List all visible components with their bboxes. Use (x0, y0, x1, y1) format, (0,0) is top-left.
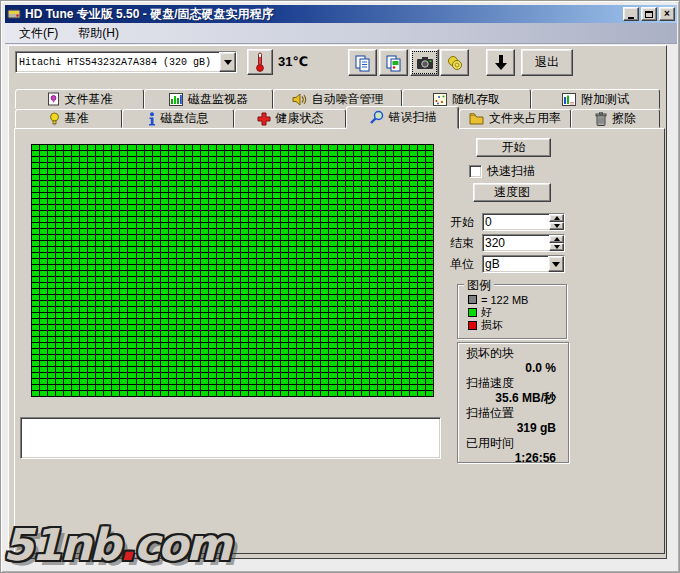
exit-button[interactable]: 退出 (521, 49, 573, 76)
scan-block (378, 355, 385, 360)
scan-block (362, 349, 369, 354)
donate-coins-button[interactable] (440, 49, 469, 76)
scan-block (40, 181, 47, 186)
scan-block (128, 265, 135, 270)
scan-block (96, 199, 103, 204)
drive-select-arrow[interactable] (219, 52, 236, 72)
scan-block (313, 199, 320, 204)
scan-block (193, 199, 200, 204)
scan-block (201, 235, 208, 240)
menu-help[interactable]: 帮助(H) (70, 23, 127, 44)
scan-block (402, 289, 409, 294)
tab-label: 文件夹占用率 (489, 110, 561, 127)
scan-block (346, 349, 353, 354)
maximize-button[interactable] (641, 7, 657, 21)
thermometer-icon (254, 52, 266, 72)
extra-tests-icon (562, 93, 576, 106)
start-spin-up-button[interactable] (549, 214, 564, 222)
scan-block (257, 205, 264, 210)
scan-block (104, 361, 111, 366)
scan-block (161, 379, 168, 384)
save-results-button[interactable] (486, 49, 515, 76)
scan-block (338, 211, 345, 216)
scan-block (313, 343, 320, 348)
tab-disk-monitor[interactable]: 磁盘监视器 (144, 89, 273, 109)
start-position-input[interactable] (483, 214, 549, 230)
tab-health[interactable]: 健康状态 (234, 109, 346, 128)
scan-block (193, 355, 200, 360)
scan-block (281, 175, 288, 180)
tab-folder-usage[interactable]: 文件夹占用率 (459, 109, 571, 128)
scan-block (257, 361, 264, 366)
scan-block (128, 355, 135, 360)
start-scan-button[interactable]: 开始 (476, 138, 551, 157)
end-spin-down-button[interactable] (549, 243, 564, 251)
scan-block (209, 391, 216, 396)
close-button[interactable]: × (659, 7, 675, 21)
scan-block (281, 373, 288, 378)
scan-block (297, 229, 304, 234)
quick-scan-checkbox[interactable] (469, 165, 482, 178)
copy-text-button[interactable] (348, 49, 377, 76)
scan-block (362, 277, 369, 282)
scan-block (40, 373, 47, 378)
scan-block (402, 181, 409, 186)
scan-block (72, 229, 79, 234)
scan-block (329, 211, 336, 216)
scan-block (104, 319, 111, 324)
scan-block (410, 283, 417, 288)
scan-block (386, 187, 393, 192)
scan-block (169, 169, 176, 174)
start-spin-down-button[interactable] (549, 222, 564, 230)
scan-block (321, 187, 328, 192)
scan-block (370, 289, 377, 294)
scan-block (313, 241, 320, 246)
tab-disk-info[interactable]: 磁盘信息 (122, 109, 234, 128)
scan-block (281, 367, 288, 372)
scan-block (88, 145, 95, 150)
scan-block (289, 283, 296, 288)
tab-error-scan[interactable]: 错误扫描 (346, 106, 459, 129)
speed-map-button[interactable]: 速度图 (473, 183, 551, 202)
minimize-button[interactable] (623, 7, 639, 21)
scan-block (257, 229, 264, 234)
scan-block (217, 367, 224, 372)
tab-file-benchmark[interactable]: 文件基准 (15, 89, 144, 109)
scan-block (120, 283, 127, 288)
tab-benchmark[interactable]: 基准 (15, 109, 122, 128)
scan-block (128, 211, 135, 216)
scan-block (185, 331, 192, 336)
scan-block (209, 313, 216, 318)
scan-block (410, 373, 417, 378)
tab-erase[interactable]: 擦除 (571, 109, 660, 128)
scan-block (410, 151, 417, 156)
scan-block (241, 325, 248, 330)
scan-block (265, 157, 272, 162)
unit-select-arrow[interactable] (548, 256, 564, 272)
end-position-input[interactable] (483, 235, 549, 251)
scan-block (88, 301, 95, 306)
scan-block (185, 151, 192, 156)
scan-block (241, 307, 248, 312)
copy-image-button[interactable] (379, 49, 408, 76)
tab-extra-tests[interactable]: 附加测试 (531, 89, 660, 109)
temperature-button[interactable] (247, 49, 273, 75)
menu-file[interactable]: 文件(F) (11, 23, 66, 44)
scan-block (289, 199, 296, 204)
end-spin-up-button[interactable] (549, 235, 564, 243)
scan-block (64, 301, 71, 306)
scan-block (104, 277, 111, 282)
unit-select[interactable] (482, 255, 565, 273)
scan-block (418, 181, 425, 186)
scan-block (64, 211, 71, 216)
scan-block (297, 319, 304, 324)
scan-block (265, 301, 272, 306)
camera-screenshot-button[interactable] (410, 49, 439, 76)
scan-block (233, 283, 240, 288)
scan-block (169, 325, 176, 330)
scan-block (257, 259, 264, 264)
scan-block (297, 349, 304, 354)
drive-select[interactable]: Hitachi HTS543232A7A384 (320 gB) (15, 51, 237, 73)
scan-block (48, 373, 55, 378)
scan-block (257, 175, 264, 180)
